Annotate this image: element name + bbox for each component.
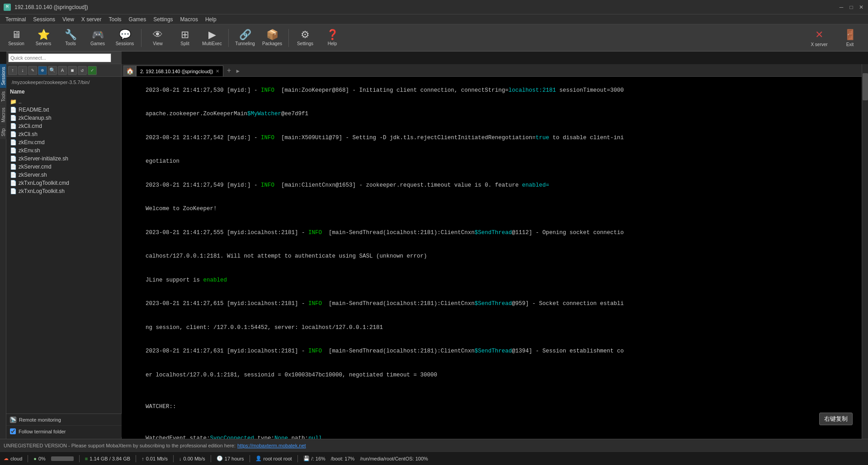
unreg-link[interactable]: https://mobaxterm.mobatek.net xyxy=(237,443,306,448)
settings-button[interactable]: ⚙ Settings xyxy=(292,26,318,50)
toolbar-sep-1 xyxy=(141,29,142,47)
sessions-path: /myzookeeper/zookeeper-3.5.7/bin/ xyxy=(8,79,119,86)
tree-item-label: zkEnv.cmd xyxy=(19,139,45,146)
view-button[interactable]: 👁 View xyxy=(145,26,170,50)
cpu-icon: ● xyxy=(33,456,37,461)
split-button[interactable]: ⊞ Split xyxy=(172,26,198,50)
status-sep xyxy=(136,455,136,462)
remote-monitoring-label: Remote monitoring xyxy=(19,417,61,423)
tree-item-zkcli-cmd[interactable]: 📄 zkCli.cmd xyxy=(8,122,119,130)
sessions-btn-2[interactable]: ↓ xyxy=(18,66,27,75)
quick-connect-input[interactable] xyxy=(8,53,111,62)
sessions-btn-6[interactable]: A xyxy=(58,66,67,75)
vtab-tools[interactable]: Tools xyxy=(0,89,6,104)
multiexec-button[interactable]: ▶ MultiExec xyxy=(199,26,225,50)
sessions-btn-9[interactable]: ✓ xyxy=(88,66,97,75)
tree-item-zkenv-sh[interactable]: 📄 zkEnv.sh xyxy=(8,146,119,155)
sessions-btn-4[interactable]: ⊕ xyxy=(38,66,47,75)
folder-icon: 📁 xyxy=(10,99,17,105)
multiexec-icon: ▶ xyxy=(208,30,216,40)
sessions-btn-8[interactable]: ↺ xyxy=(78,66,87,75)
tree-item-readme[interactable]: 📄 README.txt xyxy=(8,106,119,114)
games-button[interactable]: 🎮 Games xyxy=(85,26,110,50)
cpu-progress-bar xyxy=(51,456,74,461)
xserver-button[interactable]: ✕ X server xyxy=(805,26,834,50)
session-button[interactable]: 🖥 Session xyxy=(4,26,29,50)
menu-games[interactable]: Games xyxy=(125,15,150,23)
menu-terminal[interactable]: Terminal xyxy=(2,15,29,23)
exit-button[interactable]: 🚪 Exit xyxy=(835,26,864,50)
sessions-btn-7[interactable]: ◼ xyxy=(68,66,77,75)
tree-item-zktxnlog-sh[interactable]: 📄 zkTxnLogToolkit.sh xyxy=(8,187,119,195)
menu-tools[interactable]: Tools xyxy=(105,15,125,23)
sessions-label: Sessions xyxy=(116,41,134,46)
tree-item-zkcleanup[interactable]: 📄 zkCleanup.sh xyxy=(8,114,119,122)
status-sep xyxy=(28,455,28,462)
tools-icon: 🔧 xyxy=(65,30,77,40)
tree-item-label: zkTxnLogToolkit.sh xyxy=(19,188,65,194)
status-sep xyxy=(297,455,298,462)
remote-monitoring-bar: 📡 Remote monitoring xyxy=(6,413,122,425)
mem-icon: ≡ xyxy=(85,456,88,461)
menu-settings[interactable]: Settings xyxy=(150,15,176,23)
term-line: 2023-08-21 21:41:27,542 [myid:] - INFO [… xyxy=(125,126,858,150)
servers-button[interactable]: ⭐ Servers xyxy=(31,26,56,50)
vtab-sftp[interactable]: Sftp xyxy=(0,126,6,139)
menu-xserver[interactable]: X server xyxy=(78,15,105,23)
tree-item-zkcli-sh[interactable]: 📄 zkCli.sh xyxy=(8,130,119,138)
tunneling-button[interactable]: 🔗 Tunneling xyxy=(232,26,258,50)
file-icon: 📄 xyxy=(10,131,17,137)
sessions-btn-5[interactable]: 🔍 xyxy=(48,66,57,75)
file-icon: 📄 xyxy=(10,188,17,194)
help-button[interactable]: ❓ Help xyxy=(320,26,345,50)
disk-run-value: /run/media/root/CentOS: 100% xyxy=(360,456,428,461)
tree-item-zkserver-sh[interactable]: 📄 zkServer.sh xyxy=(8,171,119,179)
multiexec-label: MultiExec xyxy=(202,41,222,46)
mem-value: 1.14 GB / 3.84 GB xyxy=(90,456,130,461)
tree-item-zktxnlog-cmd[interactable]: 📄 zkTxnLogToolkit.cmd xyxy=(8,179,119,187)
packages-icon: 📦 xyxy=(266,30,278,40)
term-line: ng session, client: /127.0.0.1:54452, se… xyxy=(125,316,858,340)
tree-item-zkenv-cmd[interactable]: 📄 zkEnv.cmd xyxy=(8,138,119,146)
tab-close[interactable]: ✕ xyxy=(216,69,219,74)
tab-scroll-right[interactable]: ▶ xyxy=(234,66,241,76)
net-down-value: 0.00 Mb/s xyxy=(183,456,205,461)
tab-active[interactable]: 2. 192.168.10.140 ([springcloud]) ✕ xyxy=(136,66,223,76)
vtab-macros[interactable]: Macros xyxy=(0,105,6,125)
right-panel-scroll[interactable] xyxy=(863,73,868,100)
status-cpu: ● 0% xyxy=(33,456,46,461)
disk-icon: 💾 xyxy=(303,456,310,461)
follow-terminal-checkbox[interactable] xyxy=(10,428,16,434)
term-line xyxy=(125,419,858,427)
term-line: 2023-08-21 21:41:27,555 [myid:localhost:… xyxy=(125,221,858,245)
tree-item-dotdot[interactable]: 📁 .. xyxy=(8,98,119,106)
tree-item-zkserver-init[interactable]: 📄 zkServer-initialize.sh xyxy=(8,155,119,163)
menu-sessions[interactable]: Sessions xyxy=(29,15,59,23)
toolbar-sep-3 xyxy=(288,29,289,47)
new-tab-button[interactable]: + xyxy=(223,66,234,76)
maximize-button[interactable]: □ xyxy=(848,4,854,10)
menu-view[interactable]: View xyxy=(59,15,78,23)
minimize-button[interactable]: ─ xyxy=(838,4,844,10)
tab-home[interactable]: 🏠 xyxy=(123,66,136,76)
tools-button[interactable]: 🔧 Tools xyxy=(58,26,83,50)
sessions-btn-3[interactable]: ✎ xyxy=(28,66,37,75)
clock-icon: 🕐 xyxy=(217,456,223,461)
games-icon: 🎮 xyxy=(92,30,104,40)
user-value: root root root xyxy=(264,456,292,461)
packages-button[interactable]: 📦 Packages xyxy=(259,26,285,50)
tree-item-label: .. xyxy=(19,99,22,105)
menu-macros[interactable]: Macros xyxy=(177,15,202,23)
sessions-content: /myzookeeper/zookeeper-3.5.7/bin/ Name 📁… xyxy=(6,77,121,197)
term-line: Welcome to ZooKeeper! xyxy=(125,197,858,221)
sessions-btn-1[interactable]: ↑ xyxy=(8,66,17,75)
file-icon: 📄 xyxy=(10,180,17,186)
net-down-icon: ↓ xyxy=(179,456,182,461)
close-button[interactable]: ✕ xyxy=(858,4,864,10)
file-icon: 📄 xyxy=(10,115,17,121)
vtab-sessions[interactable]: Sessions xyxy=(0,64,6,88)
menu-help[interactable]: Help xyxy=(202,15,220,23)
terminal-content[interactable]: 2023-08-21 21:41:27,530 [myid:] - INFO [… xyxy=(122,77,862,439)
sessions-button[interactable]: 💬 Sessions xyxy=(112,26,137,50)
tree-item-zkserver-cmd[interactable]: 📄 zkServer.cmd xyxy=(8,163,119,171)
